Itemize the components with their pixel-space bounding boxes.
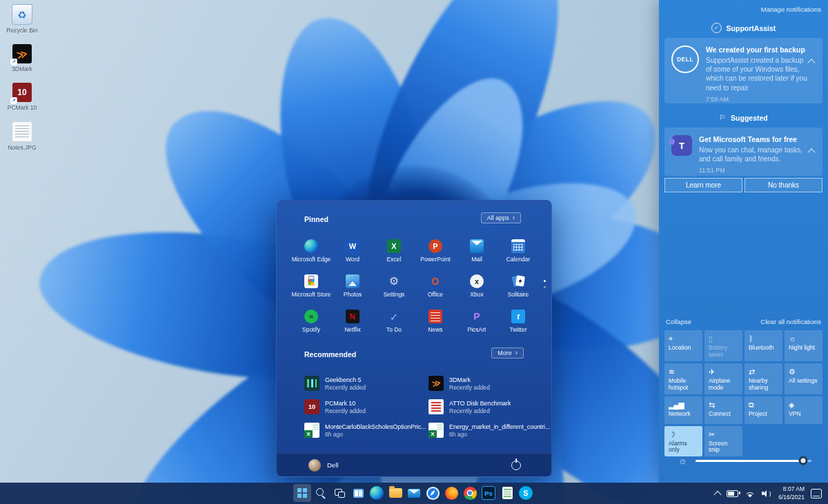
collapse-link[interactable]: Collapse — [666, 318, 691, 325]
pinned-app-settings[interactable]: ⚙Settings — [373, 272, 415, 307]
taskbar-widgets-icon[interactable] — [349, 484, 367, 502]
taskbar-photoshop-icon[interactable]: Ps — [480, 484, 497, 502]
quick-setting-night-light[interactable]: ☼Night light — [785, 330, 822, 361]
pinned-app-twitter[interactable]: tTwitter — [497, 307, 539, 342]
taskbar-file-explorer-icon[interactable] — [386, 484, 404, 502]
taskbar-icon-row: PsS — [293, 484, 535, 502]
page-dot-active[interactable] — [544, 280, 546, 282]
pinned-app-news[interactable]: News — [415, 307, 456, 342]
solitaire-icon: ♠ — [511, 274, 525, 288]
wifi-icon[interactable] — [745, 490, 756, 497]
more-button[interactable]: More › — [491, 347, 524, 359]
quick-setting-all-settings[interactable]: ⚙All settings — [785, 363, 822, 394]
pinned-app-mail[interactable]: Mail — [456, 236, 497, 272]
pinned-app-microsoft-edge[interactable]: Microsoft Edge — [290, 236, 332, 272]
taskbar-search-icon[interactable] — [312, 484, 330, 502]
quick-setting-vpn[interactable]: ◈VPN — [785, 396, 822, 424]
quick-setting-location[interactable]: ⌖Location — [664, 330, 702, 361]
pinned-app-office[interactable]: OOffice — [415, 272, 456, 307]
desktop-icon-recycle-bin[interactable]: ♻Recycle Bin — [3, 4, 41, 34]
taskbar-firefox-icon[interactable] — [442, 484, 460, 502]
group-app-name: SupportAssist — [727, 24, 776, 32]
notification-body: Now you can chat, manage tasks, and call… — [699, 145, 807, 163]
hidden-icons-chevron-icon[interactable] — [714, 490, 722, 498]
user-avatar[interactable] — [308, 459, 321, 472]
recommended-item-montecarloblackscholesoptionpr[interactable]: XMonteCarloBlackScholesOptionPric...6h a… — [304, 419, 428, 442]
recommended-item-atto-disk-benchmark[interactable]: ATTO Disk BenchmarkRecently added — [428, 395, 553, 419]
clear-all-notifications-link[interactable]: Clear all notifications — [760, 318, 821, 325]
power-button[interactable] — [511, 461, 521, 470]
pinned-app-xbox[interactable]: xXbox — [456, 272, 497, 307]
learn-more-button[interactable]: Learn more — [664, 178, 742, 192]
recommended-item-subtitle: Recently added — [449, 384, 490, 391]
manage-notifications-link[interactable]: Manage notifications — [761, 6, 821, 13]
action-center-panel: Manage notifications SupportAssist DELL … — [659, 0, 828, 483]
recommended-item-subtitle: Recently added — [325, 407, 366, 414]
pinned-app-solitaire[interactable]: ♠Solitaire — [497, 272, 539, 307]
taskbar-start-button[interactable] — [293, 484, 311, 502]
dell-logo-icon: DELL — [671, 46, 699, 73]
atto-icon — [428, 399, 444, 414]
search-icon — [315, 487, 326, 498]
quick-setting-project[interactable]: ⧉Project — [745, 396, 782, 424]
recommended-item-energy-market-in-different-cou[interactable]: XEnergy_market_in_different_countri...6h… — [428, 419, 553, 442]
desktop-icon-notes-jpg[interactable]: Notes.JPG — [3, 121, 41, 151]
page-dot[interactable] — [544, 286, 546, 288]
desktop-icon-pcmark-10[interactable]: 10↗PCMark 10 — [3, 83, 41, 111]
quick-setting-connect[interactable]: ⇆Connect — [704, 396, 742, 424]
pinned-app-word[interactable]: WWord — [332, 236, 373, 272]
taskbar-compass-browser-icon[interactable] — [424, 484, 442, 502]
pinned-app-spotify[interactable]: ≈Spotify — [290, 307, 332, 342]
all-apps-button[interactable]: All apps › — [481, 212, 521, 223]
recycle-bin-icon: ♻ — [12, 4, 32, 25]
quick-setting-label: Mobile hotspot — [669, 378, 699, 392]
battery-icon[interactable] — [727, 490, 738, 497]
photoshop-icon: Ps — [482, 486, 495, 500]
pinned-app-excel[interactable]: XExcel — [373, 236, 415, 272]
pinned-app-picsart[interactable]: PPicsArt — [456, 307, 497, 342]
desktop-icon-3dmark[interactable]: ≫↗3DMark — [3, 44, 41, 72]
notification-time: 11:51 PM — [699, 167, 807, 174]
taskbar-mail-icon[interactable] — [405, 484, 423, 502]
pinned-apps-grid: Microsoft EdgeWWordXExcelPPowerPointMail… — [290, 236, 539, 342]
taskbar-document-icon[interactable] — [498, 484, 516, 502]
recommended-item-geekbench-5[interactable]: Geekbench 5Recently added — [304, 372, 428, 395]
quick-setting-label: Nearby sharing — [749, 378, 779, 392]
taskbar-edge-icon[interactable] — [368, 484, 386, 502]
volume-icon[interactable] — [762, 490, 772, 498]
taskbar-skype-icon[interactable]: S — [517, 484, 535, 502]
quick-setting-nearby-sharing[interactable]: ⇄Nearby sharing — [745, 363, 782, 394]
recommended-item-title: Geekbench 5 — [325, 376, 366, 383]
recommended-item-title: MonteCarloBlackScholesOptionPric... — [325, 423, 426, 430]
clock[interactable]: 8:07 AM 6/16/2021 — [778, 485, 805, 501]
pinned-app-netflix[interactable]: NNetflix — [332, 307, 373, 342]
quick-setting-label: Battery saver — [709, 345, 739, 359]
all-apps-label: All apps — [487, 214, 509, 221]
quick-setting-network[interactable]: ▂▄▆Network — [664, 396, 702, 424]
brightness-slider-knob[interactable] — [799, 456, 808, 465]
desktop-icon-label: Recycle Bin — [7, 27, 38, 34]
notification-card-supportassist[interactable]: DELL We created your first backup Suppor… — [664, 38, 822, 103]
action-center-icon[interactable] — [811, 489, 822, 498]
taskbar-task-view-icon[interactable] — [331, 484, 348, 502]
no-thanks-button[interactable]: No thanks — [745, 178, 822, 192]
pinned-app-powerpoint[interactable]: PPowerPoint — [415, 236, 456, 272]
recommended-item-pcmark-10[interactable]: 10PCMark 10Recently added — [304, 395, 428, 419]
recommended-item-3dmark[interactable]: ≫3DMarkRecently added — [428, 372, 553, 395]
pinned-app-calendar[interactable]: Calendar — [497, 236, 539, 272]
quick-setting-airplane-mode[interactable]: ✈Airplane mode — [704, 363, 742, 394]
pinned-app-photos[interactable]: Photos — [332, 272, 373, 307]
pinned-app-microsoft-store[interactable]: Microsoft Store — [290, 272, 332, 307]
file-explorer-icon — [389, 488, 402, 498]
pinned-page-dots[interactable] — [544, 280, 546, 288]
brightness-slider[interactable] — [696, 460, 811, 462]
notification-card-teams[interactable]: T Get Microsoft Teams for free Now you c… — [664, 128, 822, 176]
user-name[interactable]: Dell — [327, 461, 338, 469]
pinned-app-label: Netflix — [344, 326, 361, 333]
geekbench-icon — [304, 376, 319, 391]
quick-setting-bluetooth[interactable]: ᛒBluetooth — [745, 330, 782, 361]
pinned-app-to-do[interactable]: ✓To Do — [373, 307, 415, 342]
taskbar-chrome-icon[interactable] — [461, 484, 479, 502]
quick-setting-mobile-hotspot[interactable]: ≋Mobile hotspot — [664, 363, 702, 394]
todo-icon: ✓ — [387, 310, 401, 323]
